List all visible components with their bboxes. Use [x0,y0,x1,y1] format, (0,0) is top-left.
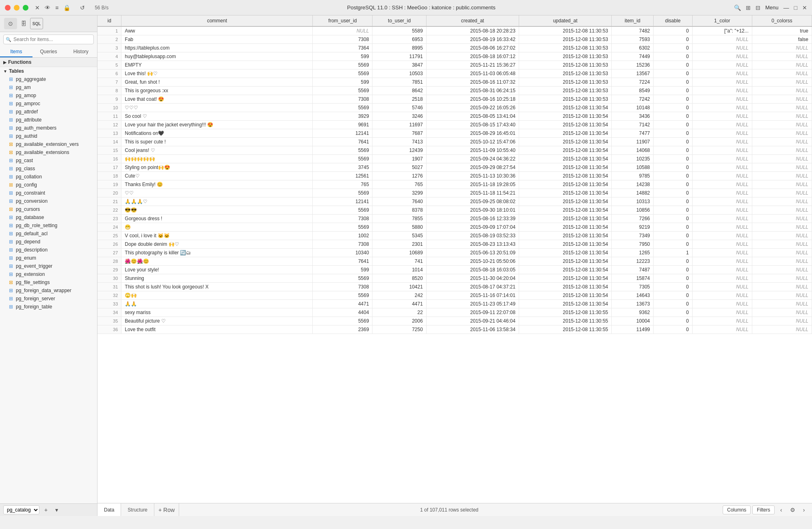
settings-icon[interactable]: ⚙ [788,505,797,515]
sidebar-item-pg_available_extension_vers[interactable]: ⊠pg_available_extension_vers [0,140,97,148]
sidebar-item-pg_foreign_data_wrapper[interactable]: ⊞pg_foreign_data_wrapper [0,286,97,295]
table-row[interactable]: 33🙏🙏447144712015-11-23 05:17:492015-12-0… [97,300,812,308]
schema-add-button[interactable]: + [42,506,50,514]
table-row[interactable]: 4huy@tableplusapp.com599117912015-08-18 … [97,52,812,61]
col-header-comment[interactable]: comment [121,15,313,26]
table-row[interactable]: 2Fab730869532015-08-19 16:33:422015-12-0… [97,35,812,44]
table-row[interactable]: 23Gorgeous dress !730878552015-08-16 12:… [97,215,812,223]
maximize-button[interactable] [23,5,28,11]
table-row[interactable]: 35Beautiful picture ♡556920062015-09-21 … [97,317,812,325]
refresh-icon[interactable]: ↺ [80,4,85,11]
sidebar-item-pg_class[interactable]: ⊞pg_class [0,165,97,173]
sidebar-item-pg_constraint[interactable]: ⊞pg_constraint [0,189,97,197]
table-row[interactable]: 11So cool ♡392932462015-08-05 13:41:0420… [97,112,812,121]
table-row[interactable]: 10♡♡♡556957462015-09-22 16:05:262015-12-… [97,104,812,112]
sidebar-item-pg_attribute[interactable]: ⊞pg_attribute [0,116,97,124]
table-row[interactable]: 1AwwNULL55892015-08-18 20:28:232015-12-0… [97,26,812,35]
next-page-icon[interactable]: › [799,505,809,515]
sidebar-item-pg_attrdef[interactable]: ⊞pg_attrdef [0,108,97,116]
minimize-button[interactable] [14,5,19,11]
footer-tab-structure[interactable]: Structure [121,503,154,516]
col-header-created_at[interactable]: created_at [426,15,519,26]
col-header-to_user_id[interactable]: to_user_id [372,15,426,26]
layout-icon-1[interactable]: ⊞ [746,4,751,11]
window-restore-icon[interactable]: □ [794,4,797,11]
table-row[interactable]: 21🙏🙏🙏♡1214176402015-09-25 08:08:022015-1… [97,197,812,206]
window-minimize-icon[interactable]: — [784,4,789,11]
table-row[interactable]: 8This is gorgeous :xx556986422015-08-31 … [97,87,812,95]
table-row[interactable]: 31This shot is lush! You look gorgeous! … [97,283,812,291]
menu-button[interactable]: Menu [765,4,779,11]
sidebar-item-pg_database[interactable]: ⊞pg_database [0,213,97,221]
tables-section[interactable]: ▼ Tables [0,67,97,75]
eye-icon[interactable]: 👁 [45,4,50,11]
sidebar-item-pg_depend[interactable]: ⊞pg_depend [0,238,97,246]
sidebar-db-icon[interactable]: 🗄 [17,18,30,29]
col-header-id[interactable]: id [97,15,121,26]
table-row[interactable]: 20♡♡556932992015-11-18 11:54:212015-12-0… [97,189,812,197]
prev-page-icon[interactable]: ‹ [776,505,786,515]
tab-queries[interactable]: Queries [32,47,65,57]
sidebar-item-pg_foreign_table[interactable]: ⊞pg_foreign_table [0,303,97,311]
table-row[interactable]: 17Styling on point🙌😍374550272015-09-29 0… [97,163,812,172]
footer-add-row-button[interactable]: + Row [154,503,179,516]
tab-history[interactable]: History [65,47,97,57]
table-row[interactable]: 7Great, fun shot !59978512015-08-16 11:0… [97,78,812,87]
table-row[interactable]: 12Love your hair the jacket everything!!… [97,121,812,129]
sidebar-item-pg_description[interactable]: ⊞pg_description [0,246,97,254]
table-row[interactable]: 29Love your style!59910142015-08-18 16:0… [97,266,812,274]
table-row[interactable]: 13Notifications on🖤1214176872015-08-29 1… [97,129,812,138]
sidebar-item-pg_aggregate[interactable]: ⊞pg_aggregate [0,75,97,83]
table-row[interactable]: 24😁556958802015-09-09 17:07:042015-12-08… [97,223,812,232]
col-header-from_user_id[interactable]: from_user_id [313,15,372,26]
layout-icon-2[interactable]: ⊟ [756,4,760,11]
sidebar-item-pg_default_acl[interactable]: ⊞pg_default_acl [0,230,97,238]
table-row[interactable]: 28🌺😊🌺😊76417412015-10-21 05:50:062015-12-… [97,257,812,266]
table-row[interactable]: 18Cute♡1256112762015-11-13 10:30:362015-… [97,172,812,180]
table-row[interactable]: 15Cool jeans! ♡5569124392015-11-09 10:55… [97,146,812,155]
table-row[interactable]: 27This photography is killer 🔄🗂103401068… [97,249,812,257]
col-header-disable[interactable]: disable [653,15,692,26]
table-row[interactable]: 22😎😎556983782015-09-30 18:10:012015-12-0… [97,206,812,215]
col-header-updated_at[interactable]: updated_at [519,15,611,26]
sidebar-item-pg_amop[interactable]: ⊞pg_amop [0,91,97,100]
sidebar-item-pg_db_role_setting[interactable]: ⊞pg_db_role_setting [0,221,97,230]
search-icon[interactable]: 🔍 [734,4,741,11]
sidebar-item-pg_authid[interactable]: ⊞pg_authid [0,132,97,140]
table-row[interactable]: 30Stunning556985202015-11-30 04:20:04201… [97,274,812,283]
columns-button[interactable]: Columns [723,505,751,514]
table-row[interactable]: 14This is super cute !764174132015-10-12… [97,138,812,146]
sidebar-item-pg_cast[interactable]: ⊞pg_cast [0,156,97,165]
table-row[interactable]: 32🙄🙌55692422015-11-16 07:14:012015-12-08… [97,291,812,300]
col-header-1_color[interactable]: 1_color [692,15,752,26]
lock-icon[interactable]: 🔒 [63,4,70,11]
tab-items[interactable]: Items [0,47,32,57]
sidebar-item-pg_file_settings[interactable]: ⊠pg_file_settings [0,278,97,286]
sidebar-connection-icon[interactable]: ⊙ [4,18,17,29]
table-row[interactable]: 6Love this! 🙌♡5569105032015-11-03 06:05:… [97,69,812,78]
sidebar-item-pg_auth_members[interactable]: ⊞pg_auth_members [0,124,97,132]
table-container[interactable]: id comment from_user_id to_user_id creat… [97,15,812,503]
schema-selector[interactable]: pg_catalog [3,505,39,514]
sidebar-item-pg_am[interactable]: ⊞pg_am [0,83,97,91]
table-row[interactable]: 3https://tableplus.com736489952015-08-06… [97,44,812,52]
search-input[interactable] [3,35,94,44]
col-header-item_id[interactable]: item_id [611,15,653,26]
table-row[interactable]: 26Dope double denim 🙌♡730823012015-08-23… [97,240,812,249]
list-icon[interactable]: ≡ [55,4,58,11]
sidebar-item-pg_config[interactable]: ⊠pg_config [0,181,97,189]
sidebar-item-pg_collation[interactable]: ⊞pg_collation [0,173,97,181]
functions-section[interactable]: ▶ Functions [0,58,97,67]
close-tab-icon[interactable]: ✕ [35,4,40,11]
filters-button[interactable]: Filters [752,505,775,514]
sidebar-item-pg_available_extensions[interactable]: ⊠pg_available_extensions [0,148,97,156]
table-row[interactable]: 9Love that coat! 😍730825182015-08-16 10:… [97,95,812,104]
table-row[interactable]: 25V cool, i love it 🐱🐱100253452015-08-19… [97,232,812,240]
col-header-0_colorss[interactable]: 0_colorss [752,15,812,26]
sidebar-item-pg_enum[interactable]: ⊞pg_enum [0,254,97,262]
schema-chevron-down-icon[interactable]: ▾ [52,506,61,514]
close-button[interactable] [5,5,11,11]
footer-tab-data[interactable]: Data [97,503,121,516]
sidebar-item-pg_amproc[interactable]: ⊞pg_amproc [0,100,97,108]
table-row[interactable]: 5EMPTY556938472015-11-21 15:36:272015-12… [97,61,812,69]
